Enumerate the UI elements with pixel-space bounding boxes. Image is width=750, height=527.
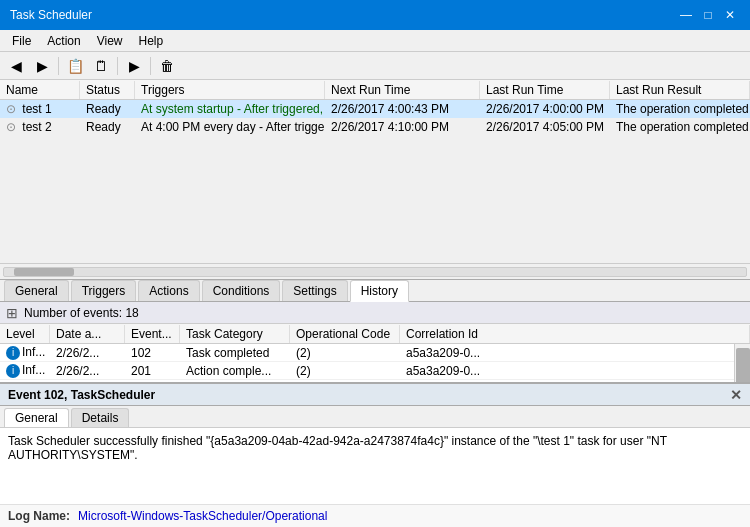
h-level: iInf...	[0, 344, 50, 361]
back-button[interactable]: ◀	[4, 55, 28, 77]
tabs-bar: General Triggers Actions Conditions Sett…	[0, 280, 750, 302]
maximize-button[interactable]: □	[698, 5, 718, 25]
task-list-area: Name Status Triggers Next Run Time Last …	[0, 80, 750, 280]
h-category: Action comple...	[180, 363, 290, 379]
task-name-cell: ⊙ test 2	[0, 119, 80, 135]
task-last-run: 2/26/2017 4:00:00 PM	[480, 101, 610, 117]
h-level: iInf...	[0, 362, 50, 379]
tab-actions[interactable]: Actions	[138, 280, 199, 301]
tab-history[interactable]: History	[350, 280, 409, 302]
delete-button[interactable]: 🗑	[155, 55, 179, 77]
menu-help[interactable]: Help	[131, 32, 172, 50]
h-opcode: (2)	[290, 363, 400, 379]
menu-bar: File Action View Help	[0, 30, 750, 52]
event-content: Task Scheduler successfully finished "{a…	[0, 428, 750, 504]
table-row[interactable]: ⊙ test 2 Ready At 4:00 PM every day - Af…	[0, 118, 750, 136]
col-last-run[interactable]: Last Run Time	[480, 81, 610, 99]
log-name-value: Microsoft-Windows-TaskScheduler/Operatio…	[78, 509, 327, 523]
properties-button[interactable]: 🗒	[89, 55, 113, 77]
h-date: 2/26/2...	[50, 345, 125, 361]
h-date: 2/26/2...	[50, 363, 125, 379]
event-panel-header: Event 102, TaskScheduler ✕	[0, 384, 750, 406]
menu-file[interactable]: File	[4, 32, 39, 50]
horizontal-scrollbar[interactable]	[0, 263, 750, 279]
col-triggers[interactable]: Triggers	[135, 81, 325, 99]
task-last-run: 2/26/2017 4:05:00 PM	[480, 119, 610, 135]
filter-icon: ⊞	[6, 305, 18, 321]
log-name-row: Log Name: Microsoft-Windows-TaskSchedule…	[0, 504, 750, 527]
h-category: Action started	[180, 381, 290, 383]
h-correlid: a5a3a209-0...	[400, 381, 750, 383]
h-event: 200	[125, 381, 180, 383]
task-next-run: 2/26/2017 4:00:43 PM	[325, 101, 480, 117]
log-name-label: Log Name:	[8, 509, 70, 523]
v-scroll-thumb[interactable]	[736, 348, 750, 382]
scroll-thumb[interactable]	[14, 268, 74, 276]
toolbar: ◀ ▶ 📋 🗒 ▶ 🗑	[0, 52, 750, 80]
ev-tab-details[interactable]: Details	[71, 408, 130, 427]
task-trigger: At system startup - After triggered, rep…	[135, 101, 325, 117]
h-col-date[interactable]: Date a...	[50, 325, 125, 343]
task-table-header: Name Status Triggers Next Run Time Last …	[0, 80, 750, 100]
task-last-result: The operation completed	[610, 101, 750, 117]
task-status: Ready	[80, 119, 135, 135]
h-event: 102	[125, 345, 180, 361]
h-event: 201	[125, 363, 180, 379]
tab-general[interactable]: General	[4, 280, 69, 301]
col-status[interactable]: Status	[80, 81, 135, 99]
toolbar-separator-2	[117, 57, 118, 75]
tab-settings[interactable]: Settings	[282, 280, 347, 301]
h-correlid: a5a3a209-0...	[400, 345, 750, 361]
minimize-button[interactable]: —	[676, 5, 696, 25]
col-next-run[interactable]: Next Run Time	[325, 81, 480, 99]
h-col-category[interactable]: Task Category	[180, 325, 290, 343]
menu-view[interactable]: View	[89, 32, 131, 50]
h-col-correlid[interactable]: Correlation Id	[400, 325, 750, 343]
list-item[interactable]: iInf... 2/26/2... 201 Action comple... (…	[0, 362, 750, 380]
h-category: Task completed	[180, 345, 290, 361]
h-col-opcode[interactable]: Operational Code	[290, 325, 400, 343]
event-panel-tabs: General Details	[0, 406, 750, 428]
vertical-scrollbar[interactable]	[734, 344, 750, 382]
col-name[interactable]: Name	[0, 81, 80, 99]
scroll-track[interactable]	[3, 267, 747, 277]
h-opcode: (2)	[290, 345, 400, 361]
task-name-cell: ⊙ test 1	[0, 101, 80, 117]
h-correlid: a5a3a209-0...	[400, 363, 750, 379]
events-count: Number of events: 18	[24, 306, 139, 320]
forward-button[interactable]: ▶	[30, 55, 54, 77]
task-name: test 2	[22, 120, 51, 134]
history-info-bar: ⊞ Number of events: 18	[0, 302, 750, 324]
task-rows: ⊙ test 1 Ready At system startup - After…	[0, 100, 750, 263]
toolbar-separator-3	[150, 57, 151, 75]
list-item[interactable]: iInf... 2/26/2... 200 Action started (1)…	[0, 380, 750, 382]
h-date: 2/26/2...	[50, 381, 125, 383]
h-opcode: (1)	[290, 381, 400, 383]
tab-triggers[interactable]: Triggers	[71, 280, 137, 301]
event-text: Task Scheduler successfully finished "{a…	[8, 434, 667, 462]
window-controls: — □ ✕	[676, 5, 740, 25]
task-name: test 1	[22, 102, 51, 116]
ev-tab-general[interactable]: General	[4, 408, 69, 427]
h-col-event[interactable]: Event...	[125, 325, 180, 343]
menu-action[interactable]: Action	[39, 32, 88, 50]
event-panel: Event 102, TaskScheduler ✕ General Detai…	[0, 382, 750, 527]
title-bar: Task Scheduler — □ ✕	[0, 0, 750, 30]
task-status: Ready	[80, 101, 135, 117]
history-rows: iInf... 2/26/2... 102 Task completed (2)…	[0, 344, 750, 382]
new-task-button[interactable]: 📋	[63, 55, 87, 77]
col-last-result[interactable]: Last Run Result	[610, 81, 750, 99]
h-col-level[interactable]: Level	[0, 325, 50, 343]
main-area: Name Status Triggers Next Run Time Last …	[0, 80, 750, 527]
list-item[interactable]: iInf... 2/26/2... 102 Task completed (2)…	[0, 344, 750, 362]
history-panel: ⊞ Number of events: 18 Level Date a... E…	[0, 302, 750, 382]
history-table-header: Level Date a... Event... Task Category O…	[0, 324, 750, 344]
close-button[interactable]: ✕	[720, 5, 740, 25]
h-level: iInf...	[0, 380, 50, 382]
run-button[interactable]: ▶	[122, 55, 146, 77]
tab-conditions[interactable]: Conditions	[202, 280, 281, 301]
table-row[interactable]: ⊙ test 1 Ready At system startup - After…	[0, 100, 750, 118]
bottom-panel: General Triggers Actions Conditions Sett…	[0, 280, 750, 527]
event-panel-close-button[interactable]: ✕	[730, 387, 742, 403]
toolbar-separator-1	[58, 57, 59, 75]
